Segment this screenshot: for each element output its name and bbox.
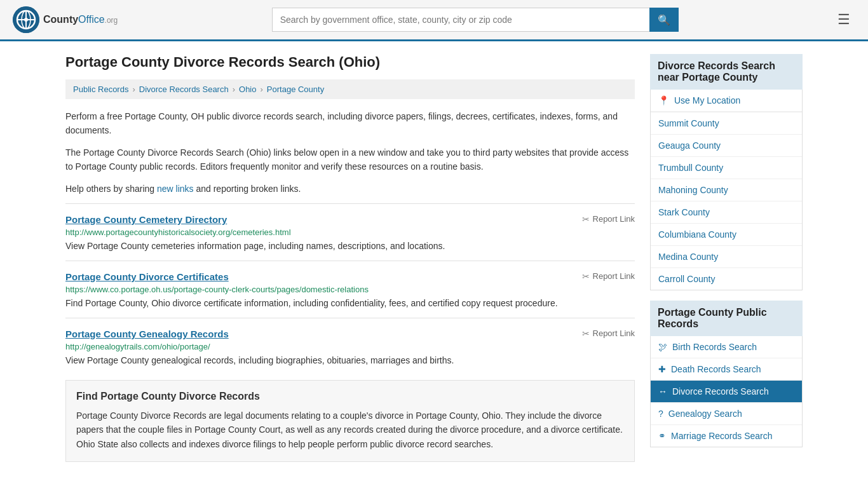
- use-location-btn[interactable]: 📍 Use My Location: [651, 90, 802, 112]
- logo-text: CountyOffice.org: [43, 14, 118, 25]
- sidebar-link-summit-county[interactable]: Summit County: [651, 112, 802, 134]
- record-desc-2: View Portage County genealogical records…: [65, 354, 635, 367]
- breadcrumb-portage-county[interactable]: Portage County: [267, 85, 324, 94]
- page-title: Portage County Divorce Records Search (O…: [65, 54, 635, 71]
- sidebar-link-stark-county[interactable]: Stark County: [651, 201, 802, 223]
- sidebar-pr-marriage: ⚭ Marriage Records Search: [651, 425, 802, 447]
- breadcrumb: Public Records › Divorce Records Search …: [65, 79, 635, 99]
- sidebar: Divorce Records Search near Portage Coun…: [650, 54, 803, 462]
- location-pin-icon: 📍: [658, 95, 669, 105]
- record-title-1[interactable]: Portage County Divorce Certificates: [65, 271, 229, 282]
- sidebar-nearby-trumbull: Trumbull County: [651, 157, 802, 179]
- search-button[interactable]: 🔍: [649, 8, 679, 32]
- desc-2: The Portage County Divorce Records Searc…: [65, 146, 635, 174]
- marriage-icon: ⚭: [658, 431, 666, 441]
- sidebar-public-records-list: 🕊 Birth Records Search ✚ Death Records S…: [650, 336, 803, 447]
- find-section-heading: Find Portage County Divorce Records: [76, 391, 624, 402]
- record-item-1: Portage County Divorce Certificates ✂ Re…: [65, 261, 635, 313]
- desc-1: Perform a free Portage County, OH public…: [65, 109, 635, 138]
- record-desc-0: View Portage County cemeteries informati…: [65, 240, 635, 253]
- sidebar-pr-death: ✚ Death Records Search: [651, 358, 802, 381]
- search-icon: 🔍: [658, 15, 670, 25]
- sidebar-public-records-section: Portage County Public Records 🕊 Birth Re…: [650, 301, 803, 447]
- scissors-icon-1: ✂: [582, 271, 590, 281]
- sidebar-nearby-geauga: Geauga County: [651, 135, 802, 157]
- sidebar-link-mahoning-county[interactable]: Mahoning County: [651, 179, 802, 201]
- sidebar-nearby-medina: Medina County: [651, 246, 802, 268]
- sidebar-link-trumbull-county[interactable]: Trumbull County: [651, 157, 802, 179]
- sidebar-nearby-carroll: Carroll County: [651, 268, 802, 290]
- breadcrumb-divorce-records-search[interactable]: Divorce Records Search: [139, 85, 229, 94]
- sidebar-link-geauga-county[interactable]: Geauga County: [651, 135, 802, 156]
- sidebar-public-records-heading: Portage County Public Records: [650, 301, 803, 336]
- logo-area: CountyOffice.org: [13, 6, 118, 33]
- sidebar-pr-birth: 🕊 Birth Records Search: [651, 336, 802, 358]
- sidebar-nearby-heading: Divorce Records Search near Portage Coun…: [650, 54, 803, 90]
- search-bar: 🔍: [272, 8, 679, 32]
- sidebar-link-columbiana-county[interactable]: Columbiana County: [651, 224, 802, 245]
- svg-point-5: [24, 18, 28, 22]
- sidebar-pr-divorce: ↔ Divorce Records Search: [651, 381, 802, 403]
- search-input[interactable]: [272, 8, 649, 32]
- records-list: Portage County Cemetery Directory ✂ Repo…: [65, 203, 635, 370]
- divorce-icon: ↔: [658, 386, 667, 396]
- birth-icon: 🕊: [658, 342, 667, 352]
- record-url-2: http://genealogytrails.com/ohio/portage/: [65, 342, 635, 351]
- main-layout: Portage County Divorce Records Search (O…: [53, 41, 815, 475]
- breadcrumb-public-records[interactable]: Public Records: [73, 85, 128, 94]
- scissors-icon-2: ✂: [582, 329, 590, 339]
- content-area: Portage County Divorce Records Search (O…: [65, 54, 635, 462]
- breadcrumb-ohio[interactable]: Ohio: [239, 85, 256, 94]
- sidebar-pr-genealogy: ? Genealogy Search: [651, 403, 802, 425]
- sidebar-nearby-summit: Summit County: [651, 112, 802, 135]
- record-url-0: http://www.portagecountyhistoricalsociet…: [65, 227, 635, 237]
- logo-icon: [13, 6, 39, 33]
- find-section-text: Portage County Divorce Records are legal…: [76, 409, 624, 451]
- new-links-link[interactable]: new links: [157, 184, 194, 194]
- sidebar-link-divorce-records[interactable]: ↔ Divorce Records Search: [651, 381, 802, 402]
- sidebar-nearby-stark: Stark County: [651, 201, 802, 224]
- record-desc-1: Find Portage County, Ohio divorce certif…: [65, 297, 635, 310]
- record-item-2: Portage County Genealogy Records ✂ Repor…: [65, 318, 635, 370]
- sidebar-link-carroll-county[interactable]: Carroll County: [651, 268, 802, 290]
- sidebar-nearby-section: Divorce Records Search near Portage Coun…: [650, 54, 803, 290]
- sidebar-link-birth-records[interactable]: 🕊 Birth Records Search: [651, 336, 802, 358]
- header: CountyOffice.org 🔍 ☰: [0, 0, 868, 41]
- record-title-2[interactable]: Portage County Genealogy Records: [65, 329, 229, 339]
- sidebar-nearby-mahoning: Mahoning County: [651, 179, 802, 201]
- record-item-0: Portage County Cemetery Directory ✂ Repo…: [65, 203, 635, 255]
- desc-3: Help others by sharing new links and rep…: [65, 182, 635, 196]
- record-url-1: https://www.co.portage.oh.us/portage-cou…: [65, 285, 635, 294]
- use-location-item: 📍 Use My Location: [651, 90, 802, 112]
- sidebar-link-medina-county[interactable]: Medina County: [651, 246, 802, 268]
- report-link-btn-0[interactable]: ✂ Report Link: [582, 214, 635, 224]
- sidebar-link-death-records[interactable]: ✚ Death Records Search: [651, 358, 802, 380]
- sidebar-nearby-columbiana: Columbiana County: [651, 224, 802, 246]
- menu-icon: ☰: [837, 11, 850, 27]
- report-link-btn-1[interactable]: ✂ Report Link: [582, 271, 635, 281]
- sidebar-link-marriage-records[interactable]: ⚭ Marriage Records Search: [651, 425, 802, 447]
- menu-button[interactable]: ☰: [832, 9, 855, 30]
- sidebar-nearby-list: 📍 Use My Location Summit County Geauga C…: [650, 90, 803, 290]
- find-section: Find Portage County Divorce Records Port…: [65, 380, 635, 462]
- death-icon: ✚: [658, 364, 666, 374]
- sidebar-link-genealogy[interactable]: ? Genealogy Search: [651, 403, 802, 424]
- report-link-btn-2[interactable]: ✂ Report Link: [582, 329, 635, 339]
- genealogy-icon: ?: [658, 409, 663, 419]
- record-title-0[interactable]: Portage County Cemetery Directory: [65, 214, 227, 225]
- scissors-icon-0: ✂: [582, 214, 590, 224]
